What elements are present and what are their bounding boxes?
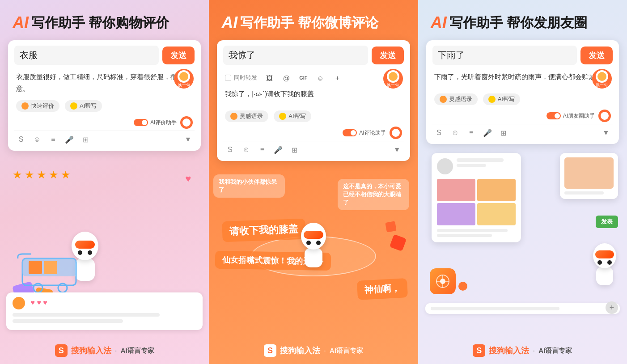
wb-sync[interactable]: 同时转发	[225, 74, 257, 82]
toggle-row-2: AI评论助手	[223, 124, 403, 141]
kb-chevron-icon-3[interactable]: ▼	[601, 128, 611, 138]
plus-button[interactable]: +	[606, 301, 618, 314]
kb-mic-icon[interactable]: 🎤	[64, 135, 74, 144]
card2-img	[564, 157, 614, 189]
toggle-label-2: AI评论助手	[359, 129, 386, 137]
send-button-2[interactable]: 发送	[372, 47, 404, 64]
toggle-switch-3[interactable]	[547, 112, 561, 119]
kb-grid-icon[interactable]: ⊞	[80, 135, 90, 144]
sticker-inner-1	[178, 70, 190, 83]
review-lines	[13, 313, 196, 323]
keyboard-mock-3: 下雨了 发送 下雨了，光听着窗外时紧时疏的雨声，便满心都会贮足了诗 换一句 灵感…	[426, 40, 619, 144]
title-text-1: 写作助手 帮你购物评价	[31, 14, 169, 32]
star-5: ★	[61, 169, 71, 181]
send-button-3[interactable]: 发送	[580, 47, 613, 64]
footer-dot-3: ·	[533, 346, 535, 356]
wb-emoji-icon-2[interactable]: ☺	[315, 73, 325, 83]
footer-brand-3: 搜狗输入法	[489, 345, 529, 356]
toggle-switch-2[interactable]	[343, 129, 357, 136]
kb-sougou-icon-2[interactable]: S	[225, 145, 235, 155]
sticker-inner-3	[596, 70, 608, 83]
comment-input-line	[431, 307, 559, 310]
send-button-1[interactable]: 发送	[162, 47, 195, 64]
sticker-face-2	[389, 72, 398, 81]
quick-icon-6	[488, 96, 496, 103]
toggle-pill-1[interactable]: AI评价助手	[134, 119, 177, 127]
kb-menu-icon-3[interactable]: ≡	[466, 128, 476, 138]
quick-icon-1	[21, 102, 29, 110]
star-3: ★	[37, 169, 47, 181]
input-row-2: 我惊了 发送	[223, 46, 403, 65]
comment-banner-3: 神仙啊，	[357, 278, 408, 300]
quick-btn-review[interactable]: 快速评价	[16, 100, 59, 112]
kb-emoji-icon-3[interactable]: ☺	[241, 145, 251, 155]
toggle-switch-1[interactable]	[134, 119, 148, 126]
quick-row-3: 灵感语录 AI帮写	[432, 91, 613, 107]
footer-logo-3: S	[473, 344, 485, 357]
publish-button[interactable]: 发表	[596, 216, 618, 228]
kb-mic-icon-2[interactable]: 🎤	[273, 145, 283, 155]
kb-chevron-icon[interactable]: ▼	[183, 135, 193, 144]
robot-visor-1	[75, 241, 95, 249]
toggle-pill-3[interactable]: AI朋友圈助手	[547, 112, 595, 120]
kb-sougou-icon[interactable]: S	[16, 135, 26, 144]
footer-dot-2: ·	[324, 346, 326, 356]
wb-at-icon[interactable]: @	[281, 73, 291, 83]
moments-post-card	[432, 153, 521, 242]
quick-icon-3	[230, 113, 237, 120]
robot-eye-left-3	[597, 260, 602, 265]
toggle-pill-2[interactable]: AI评论助手	[343, 129, 386, 137]
quick-row-2: 灵感语录 AI帮写	[223, 108, 403, 124]
footer-logo-1: S	[55, 344, 68, 357]
kb-toolbar-3: S ☺ ≡ 🎤 ⊞ ▼	[432, 124, 613, 139]
footer-slogan-3: AI语言专家	[538, 347, 572, 355]
panel-title-2: AI 写作助手 帮你微博评论	[209, 0, 418, 40]
footer-brand-2: 搜狗输入法	[280, 345, 320, 356]
kb-toolbar-1: S ☺ ≡ 🎤 ⊞ ▼	[14, 131, 195, 145]
quick-btn-ai-write-3[interactable]: AI帮写	[483, 93, 520, 105]
review-line-2	[13, 319, 123, 323]
quick-btn-ai-write-2[interactable]: AI帮写	[274, 110, 311, 122]
kb-grid-icon-3[interactable]: ⊞	[499, 128, 508, 138]
panel-footer-1: S 搜狗输入法 · AI语言专家	[55, 339, 154, 364]
title-text-2: 写作助手 帮你微博评论	[240, 14, 378, 32]
kb-menu-icon-2[interactable]: ≡	[257, 145, 267, 155]
wb-plus-icon[interactable]: ＋	[332, 73, 342, 83]
panel-footer-3: S 搜狗输入法 · AI语言专家	[473, 339, 572, 364]
toggle-row-1: AI评价助手	[14, 114, 195, 131]
quick-icon-2	[70, 102, 77, 110]
kb-sougou-icon-3[interactable]: S	[434, 128, 444, 138]
keyboard-mock-1: 衣服 发送 衣服质量很好，做工精细，尺码标准，穿着很舒服，很满意。 换一句 快速…	[8, 40, 201, 151]
post-img-3	[437, 203, 475, 225]
sticker-btn-3[interactable]: 换一句	[592, 69, 612, 89]
card2-text	[564, 191, 604, 195]
quick-btn-inspire-3[interactable]: 灵感语录	[434, 93, 478, 105]
kb-chevron-icon-2[interactable]: ▼	[392, 145, 402, 155]
content-area-2: 我惊了，|·ω·`)请收下我的膝盖	[223, 86, 403, 108]
input-field-3[interactable]: 下雨了	[432, 46, 577, 65]
kb-menu-icon[interactable]: ≡	[48, 135, 58, 144]
input-field-2[interactable]: 我惊了	[223, 46, 368, 65]
quick-btn-label-6: AI帮写	[498, 95, 515, 103]
post-text-1	[437, 229, 508, 232]
sticker-btn-2[interactable]: 换一句	[383, 69, 403, 89]
star-1: ★	[13, 169, 22, 181]
orange-dot	[458, 282, 467, 291]
kb-grid-icon-2[interactable]: ⊞	[289, 145, 299, 155]
post-name-line	[457, 158, 504, 162]
kb-mic-icon-3[interactable]: 🎤	[483, 128, 492, 138]
wb-image-icon[interactable]: 🖼	[264, 73, 274, 83]
comment-input-area	[425, 303, 620, 314]
wb-gif-icon[interactable]: GIF	[298, 73, 308, 83]
input-field-1[interactable]: 衣服	[14, 46, 159, 65]
kb-emoji-icon-4[interactable]: ☺	[450, 128, 460, 138]
sticker-btn-1[interactable]: 换一句	[174, 69, 194, 89]
post-img-2	[477, 179, 516, 201]
quick-btn-label-2: AI帮写	[80, 102, 97, 110]
robot-body-3	[596, 267, 613, 285]
quick-btn-ai-write-1[interactable]: AI帮写	[65, 100, 102, 112]
post-name-area	[457, 158, 516, 174]
kb-emoji-icon[interactable]: ☺	[32, 135, 42, 144]
quick-btn-inspire-2[interactable]: 灵感语录	[225, 110, 268, 122]
wb-checkbox[interactable]	[225, 75, 231, 81]
